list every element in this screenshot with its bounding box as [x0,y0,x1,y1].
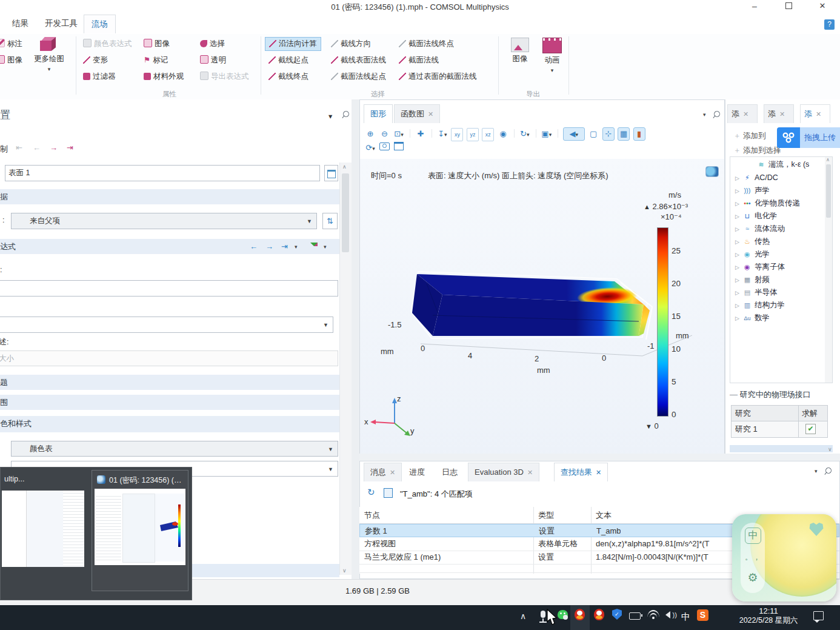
tray-battery-icon[interactable] [629,612,641,620]
col-header-text[interactable]: 文本 [596,509,612,522]
chevron-down-icon[interactable]: ▾ [324,240,327,255]
tree-item-semiconductor[interactable]: ▷▤半导体 [735,286,832,299]
tray-qq-icon[interactable] [575,609,585,620]
study-table-row[interactable]: 研究 1 ✔ [732,421,827,437]
cutline-direction-button[interactable]: 截线方向 [331,39,371,49]
zoom-extents-button[interactable]: ✚ [415,128,426,140]
update-plot-button[interactable]: ⟳▾ [365,142,376,154]
tree-item-acdc[interactable]: ▷⚡AC/DC [735,172,832,184]
tab-messages[interactable]: 消息✕ [364,463,402,481]
show-legend-button[interactable]: ▮ [633,127,645,141]
tree-item-optics[interactable]: ▷◉光学 [735,248,832,261]
section-coloring-style[interactable]: 色和样式 [0,416,339,432]
expr-prev-icon[interactable]: ← [250,239,258,254]
scroll-up-icon[interactable]: ∧ [342,164,347,170]
ime-lemon-widget[interactable]: 中 。， ⚙ [732,514,836,602]
cutplane-normal-end-button[interactable]: 截面法线终点 [399,39,454,49]
ime-settings-button[interactable]: ⚙ [745,570,761,586]
help-button[interactable]: ? [824,19,835,30]
tab-add-3[interactable]: 添✕ [800,104,830,123]
tree-item-plasma[interactable]: ▷◉等离子体 [735,261,832,273]
view-xz-button[interactable]: xz [482,128,494,141]
close-icon[interactable]: ✕ [527,469,533,476]
tree-item-fluid-flow[interactable]: ▷≈流体流动 [735,223,832,235]
scrollbar-thumb[interactable] [826,164,831,218]
marker-button[interactable]: ⚑标记 [144,55,168,65]
cutplane-through-surface-button[interactable]: 通过表面的截面法线 [399,72,477,82]
tray-chevron-up-icon[interactable]: ∧ [520,611,526,621]
close-icon[interactable]: ✕ [428,110,433,118]
expression-field[interactable] [0,280,338,297]
export-image-button[interactable]: 图像 [505,38,535,64]
scrollbar-thumb[interactable] [342,173,349,252]
col-header-node[interactable]: 节点 [364,509,380,522]
last-plot-button[interactable]: ⇥ [67,143,73,152]
tray-sogou-icon[interactable]: S [697,609,708,621]
label-field[interactable]: 表面 1 [5,165,320,181]
ime-punctuation-button[interactable]: 。， [743,551,762,564]
right-scroll-down-icon[interactable]: ∨ [828,446,832,452]
tray-qq2-icon[interactable] [594,609,604,620]
next-plot-button[interactable]: → [50,143,58,152]
deformation-button[interactable]: 变形 [83,55,108,65]
copy-table-button[interactable] [384,488,393,498]
tree-item-chemical[interactable]: ▷•••化学物质传递 [735,197,832,210]
ribbon-tab-flowfield[interactable]: 流场 [84,15,116,33]
snapshot-button[interactable] [379,142,390,154]
close-icon[interactable]: ✕ [596,469,601,476]
export-expression-button[interactable]: 导出表达式 [200,72,249,82]
print-button[interactable] [393,142,404,154]
transparency-button[interactable]: 透明 [200,55,226,65]
tray-volume-icon[interactable]: )) [665,611,677,620]
solve-checkbox[interactable]: ✔ [805,424,816,434]
selection-button[interactable]: 选择 [200,39,225,49]
view-yz-button[interactable]: yz [467,128,479,141]
tab-function-plot[interactable]: 函数图✕ [394,104,440,123]
tab-progress[interactable]: 进度 [402,463,432,481]
tree-scrollbar[interactable]: ∧ [825,157,832,383]
tab-graphics[interactable]: 图形 [364,104,393,123]
graphics-menu-caret[interactable]: ▾ [703,112,706,118]
export-animation-button[interactable]: 动画 ▾ [537,38,567,74]
tab-add-1[interactable]: 添✕ [727,104,758,123]
scene-light-button[interactable]: ◀▾ [563,127,585,141]
netdisk-upload-overlay[interactable]: 拖拽上传 [777,127,840,148]
tab-log[interactable]: 日志 [435,463,464,481]
first-plot-button[interactable]: ⇤ [16,143,22,152]
tree-item-math[interactable]: ▷Δu数学 [735,312,832,324]
expr-insert-icon[interactable]: ⇥ [281,239,288,254]
annotation-button[interactable]: 标注 [0,39,22,49]
settings-scrollbar[interactable]: ∧ ∨ [339,163,352,575]
close-icon[interactable]: ✕ [390,469,395,476]
image-button[interactable]: 图像 [0,55,22,65]
add-to-selection-row[interactable]: ＋ 添加到选择 [733,146,781,156]
settings-menu-caret[interactable]: ▾ [328,112,332,121]
dataset-aux-button[interactable]: ⇅ [322,213,338,229]
zoom-in-button[interactable]: ⊕ [365,128,376,140]
col-header-type[interactable]: 类型 [538,509,554,522]
tab-add-2[interactable]: 添✕ [764,104,794,123]
show-axes-button[interactable]: ⊹ [602,127,615,141]
minimize-button[interactable]: – [744,1,765,11]
show-grid-button[interactable]: ▦ [618,127,630,141]
section-range[interactable]: 围 [0,395,339,410]
section-data[interactable]: 据 [0,189,339,204]
taskbar-clock[interactable]: 12:11 2022/5/28 星期六 [727,606,810,626]
ribbon-tab-results[interactable]: 结果 [5,15,36,33]
view-xy-button[interactable]: xy [451,128,463,141]
expr-next-icon[interactable]: → [265,239,273,254]
rotate-button[interactable]: ↻▾ [519,128,530,140]
graphics-pin[interactable] [714,110,720,119]
tray-microphone-icon[interactable] [541,611,545,618]
tray-wechat-icon[interactable] [558,610,568,619]
close-icon[interactable]: ✕ [743,110,748,118]
tree-item-heat-transfer[interactable]: ▷♨传热 [735,235,832,248]
scene-button[interactable]: ▣▾ [541,128,552,140]
chevron-down-icon[interactable]: ▾ [295,240,298,255]
cutplane-normal-button[interactable]: 截面法线 [399,55,439,65]
section-expression[interactable]: 达式 ← → ⇥ ▾ ▾ [0,239,339,254]
tab-find-results[interactable]: 查找结果✕ [554,463,608,481]
tray-ime-icon[interactable]: 中 [681,611,690,623]
tree-item-acoustics[interactable]: ▷)))声学 [735,184,832,197]
tab-evaluation-3d[interactable]: Evaluation 3D✕ [468,463,539,481]
